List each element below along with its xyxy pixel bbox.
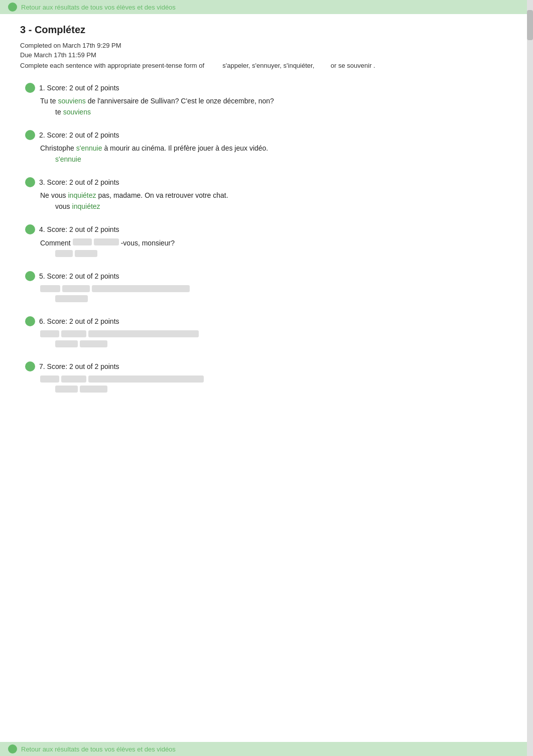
score-text-5: 5. Score: 2 out of 2 points xyxy=(39,272,119,280)
score-line-6: 6. Score: 2 out of 2 points xyxy=(25,316,513,326)
score-text-6: 6. Score: 2 out of 2 points xyxy=(39,317,119,325)
blurred-word-7-1 xyxy=(40,375,59,383)
blurred-ans-2 xyxy=(75,250,97,257)
score-dot-5 xyxy=(25,271,35,281)
filled-word: s'ennuie xyxy=(76,144,102,152)
score-dot-3 xyxy=(25,177,35,187)
blurred-ans-1 xyxy=(55,250,73,257)
verb-options: s'appeler, s'ennuyer, s'inquiéter, xyxy=(222,62,314,69)
scrollbar[interactable] xyxy=(527,0,533,756)
scroll-thumb[interactable] xyxy=(527,10,533,40)
instructions-text: Complete each sentence with appropriate … xyxy=(20,62,204,69)
main-content: 3 - Complétez Completed on March 17th 9:… xyxy=(0,14,533,437)
score-dot-2 xyxy=(25,130,35,140)
answer-6 xyxy=(25,340,513,347)
score-dot-4 xyxy=(25,224,35,234)
top-bar[interactable]: Retour aux résultats de tous vos élèves … xyxy=(0,0,533,14)
score-dot-7 xyxy=(25,361,35,371)
score-dot-6 xyxy=(25,316,35,326)
sentence-1: Tu te souviens de l'anniversaire de Sull… xyxy=(25,97,513,105)
score-text-7: 7. Score: 2 out of 2 points xyxy=(39,362,119,370)
sentence-6 xyxy=(25,330,513,337)
word: de l'anniversaire de Sullivan? C'est le … xyxy=(88,97,274,105)
top-bar-dot xyxy=(8,3,17,12)
question-2: 2. Score: 2 out of 2 points Christophe s… xyxy=(20,130,513,163)
blurred-word-7-3 xyxy=(88,375,204,383)
answer-1: te souviens xyxy=(25,108,513,116)
blurred-word-5-3 xyxy=(92,285,190,292)
blurred-ans-5 xyxy=(55,295,88,302)
score-line-5: 5. Score: 2 out of 2 points xyxy=(25,271,513,281)
score-line-2: 2. Score: 2 out of 2 points xyxy=(25,130,513,140)
bottom-bar-dot xyxy=(8,744,17,753)
score-line-1: 1. Score: 2 out of 2 points xyxy=(25,83,513,93)
sentence-7 xyxy=(25,375,513,383)
score-text-1: 1. Score: 2 out of 2 points xyxy=(39,84,119,92)
word: Tu xyxy=(40,97,48,105)
filled-word: inquiétez xyxy=(68,191,96,199)
question-1: 1. Score: 2 out of 2 points Tu te souvie… xyxy=(20,83,513,116)
bottom-bar[interactable]: Retour aux résultats de tous vos élèves … xyxy=(0,742,533,756)
score-dot-1 xyxy=(25,83,35,93)
sentence-2: Christophe s'ennuie à mourir au cinéma. … xyxy=(25,144,513,152)
word: pas, madame. On va retrouver votre chat. xyxy=(98,191,228,199)
filled-word: inquiétez xyxy=(72,202,100,210)
word: vous xyxy=(55,202,70,210)
blurred-word-6-3 xyxy=(88,330,199,337)
word: vous xyxy=(51,191,66,199)
blurred-word-1 xyxy=(73,238,92,245)
completed-date: Completed on March 17th 9:29 PM xyxy=(20,42,513,49)
answer-2: s'ennuie xyxy=(25,155,513,163)
question-3: 3. Score: 2 out of 2 points Ne vous inqu… xyxy=(20,177,513,210)
blurred-word-7-2 xyxy=(61,375,86,383)
blurred-ans-6-2 xyxy=(80,340,107,347)
filled-word: s'ennuie xyxy=(55,155,81,163)
blurred-word-6-2 xyxy=(61,330,86,337)
answer-5 xyxy=(25,295,513,302)
answer-4 xyxy=(25,250,513,257)
score-text-2: 2. Score: 2 out of 2 points xyxy=(39,131,119,139)
word: Comment xyxy=(40,239,71,247)
word: Christophe xyxy=(40,144,74,152)
question-7: 7. Score: 2 out of 2 points xyxy=(20,361,513,393)
word: te xyxy=(55,108,61,116)
due-date: Due March 17th 11:59 PM xyxy=(20,51,513,59)
score-line-7: 7. Score: 2 out of 2 points xyxy=(25,361,513,371)
sentence-5 xyxy=(25,285,513,292)
blurred-word-5-2 xyxy=(62,285,90,292)
question-4: 4. Score: 2 out of 2 points Comment -vou… xyxy=(20,224,513,257)
filled-word: souviens xyxy=(58,97,86,105)
question-6: 6. Score: 2 out of 2 points xyxy=(20,316,513,347)
sentence-4: Comment -vous, monsieur? xyxy=(25,238,513,247)
score-text-3: 3. Score: 2 out of 2 points xyxy=(39,178,119,186)
answer-7 xyxy=(25,386,513,393)
blurred-ans-7-1 xyxy=(55,386,78,393)
verb-options2: or se souvenir . xyxy=(331,62,375,69)
question-5: 5. Score: 2 out of 2 points xyxy=(20,271,513,302)
bottom-bar-text[interactable]: Retour aux résultats de tous vos élèves … xyxy=(21,745,176,753)
blurred-word-6-1 xyxy=(40,330,59,337)
score-line-3: 3. Score: 2 out of 2 points xyxy=(25,177,513,187)
blurred-word-5-1 xyxy=(40,285,60,292)
filled-word: souviens xyxy=(63,108,91,116)
word: Ne xyxy=(40,191,49,199)
blurred-ans-6-1 xyxy=(55,340,78,347)
assignment-title: 3 - Complétez xyxy=(20,24,513,36)
sentence-3: Ne vous inquiétez pas, madame. On va ret… xyxy=(25,191,513,199)
answer-3: vous inquiétez xyxy=(25,202,513,210)
word: à mourir au cinéma. Il préfère jouer à d… xyxy=(104,144,268,152)
word: -vous, monsieur? xyxy=(121,239,175,247)
score-line-4: 4. Score: 2 out of 2 points xyxy=(25,224,513,234)
top-bar-text[interactable]: Retour aux résultats de tous vos élèves … xyxy=(21,4,176,11)
word: te xyxy=(50,97,56,105)
blurred-word-2 xyxy=(94,238,119,245)
score-text-4: 4. Score: 2 out of 2 points xyxy=(39,225,119,233)
instructions: Complete each sentence with appropriate … xyxy=(20,61,513,71)
blurred-ans-7-2 xyxy=(80,386,107,393)
